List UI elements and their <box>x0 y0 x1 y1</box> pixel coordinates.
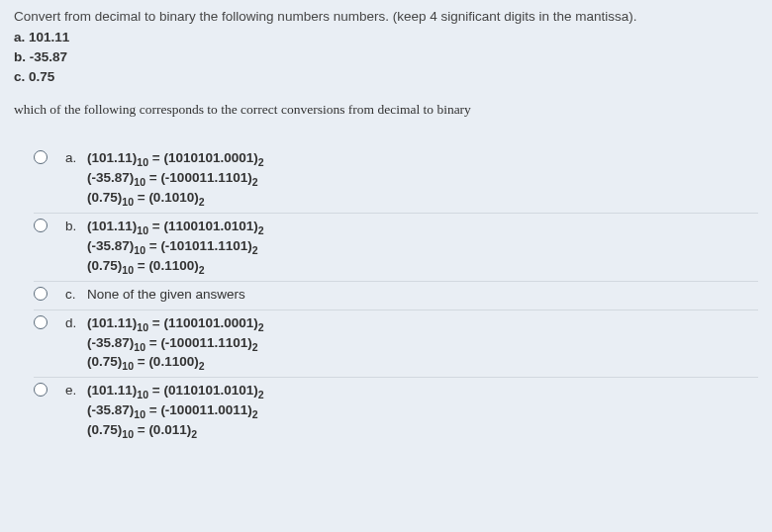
conversion-line: (0.75)10 = (0.1100)2 <box>87 353 758 372</box>
option-letter: a. <box>65 149 87 168</box>
option-body: (101.11)10 = (1100101.0101)2 (-35.87)10 … <box>87 218 758 277</box>
radio-icon[interactable] <box>34 287 48 301</box>
conversion-line: (0.75)10 = (0.1010)2 <box>87 189 758 208</box>
radio-icon[interactable] <box>34 150 48 164</box>
conversion-line: (0.75)10 = (0.1100)2 <box>87 257 758 276</box>
option-letter: e. <box>65 382 87 400</box>
option-body: None of the given answers <box>87 286 758 306</box>
given-c: c. 0.75 <box>14 68 758 87</box>
radio-icon[interactable] <box>34 315 48 329</box>
option-letter: d. <box>65 314 87 333</box>
given-a: a. 101.11 <box>14 29 758 47</box>
option-body: (101.11)10 = (0110101.0101)2 (-35.87)10 … <box>87 382 758 441</box>
conversion-line: (101.11)10 = (1100101.0101)2 <box>87 218 758 236</box>
option-body: (101.11)10 = (1010101.0001)2 (-35.87)10 … <box>87 149 758 209</box>
given-numbers: a. 101.11 b. -35.87 c. 0.75 <box>14 29 758 87</box>
option-b[interactable]: b. (101.11)10 = (1100101.0101)2 (-35.87)… <box>34 213 758 281</box>
option-body: (101.11)10 = (1100101.0001)2 (-35.87)10 … <box>87 314 758 374</box>
conversion-line: (101.11)10 = (1010101.0001)2 <box>87 149 758 168</box>
option-a[interactable]: a. (101.11)10 = (1010101.0001)2 (-35.87)… <box>34 144 758 213</box>
conversion-line: (-35.87)10 = (-100011.0011)2 <box>87 401 758 420</box>
question-intro: Convert from decimal to binary the follo… <box>14 8 758 27</box>
given-b: b. -35.87 <box>14 48 758 67</box>
option-d[interactable]: d. (101.11)10 = (1100101.0001)2 (-35.87)… <box>34 310 758 378</box>
option-c[interactable]: c. None of the given answers <box>34 281 758 310</box>
option-letter: b. <box>65 218 87 236</box>
radio-icon[interactable] <box>34 383 48 397</box>
option-e[interactable]: e. (101.11)10 = (0110101.0101)2 (-35.87)… <box>34 377 758 445</box>
conversion-line: (-35.87)10 = (-100011.1101)2 <box>87 169 758 188</box>
conversion-line: (-35.87)10 = (-100011.1101)2 <box>87 334 758 353</box>
conversion-line: (-35.87)10 = (-101011.1101)2 <box>87 237 758 256</box>
radio-icon[interactable] <box>34 219 48 232</box>
option-letter: c. <box>65 286 87 305</box>
question-subprompt: which of the following corresponds to th… <box>14 101 758 120</box>
conversion-line: (0.75)10 = (0.011)2 <box>87 421 758 440</box>
options-group: a. (101.11)10 = (1010101.0001)2 (-35.87)… <box>14 144 758 445</box>
conversion-line: (101.11)10 = (1100101.0001)2 <box>87 314 758 333</box>
option-text: None of the given answers <box>87 286 758 305</box>
conversion-line: (101.11)10 = (0110101.0101)2 <box>87 382 758 400</box>
